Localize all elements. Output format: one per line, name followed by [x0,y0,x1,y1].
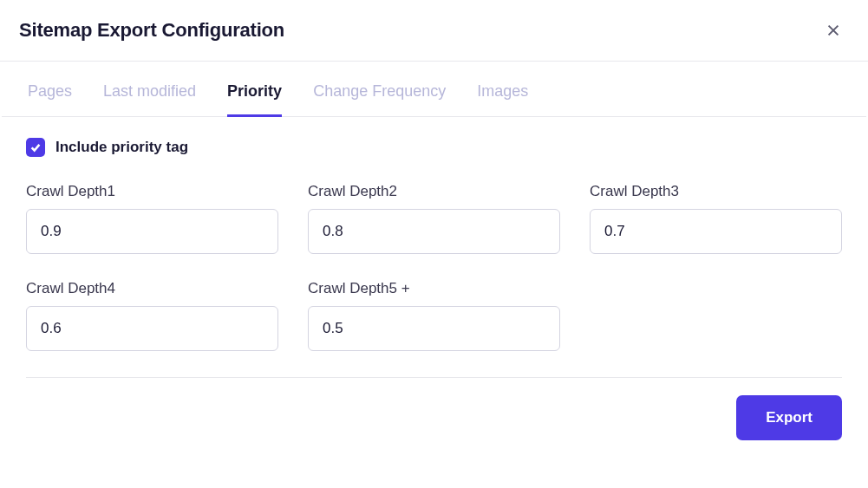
tabs: Pages Last modified Priority Change Freq… [2,62,866,117]
crawl-depth-5-input[interactable] [308,306,560,351]
close-icon[interactable] [825,22,842,39]
field-label: Crawl Depth2 [308,183,560,200]
crawl-depth-1-input[interactable] [26,209,278,254]
modal-title: Sitemap Export Configuration [19,19,284,42]
field-crawl-depth-1: Crawl Depth1 [26,183,278,254]
crawl-depth-4-input[interactable] [26,306,278,351]
field-crawl-depth-3: Crawl Depth3 [590,183,842,254]
content: Include priority tag Crawl Depth1 Crawl … [0,117,868,351]
crawl-depth-2-input[interactable] [308,209,560,254]
include-priority-label: Include priority tag [55,139,188,156]
include-priority-row: Include priority tag [26,138,842,157]
tab-images[interactable]: Images [477,82,528,116]
tab-last-modified[interactable]: Last modified [103,82,196,116]
crawl-depth-3-input[interactable] [590,209,842,254]
field-label: Crawl Depth4 [26,280,278,297]
fields-grid: Crawl Depth1 Crawl Depth2 Crawl Depth3 C… [26,183,842,351]
tab-priority[interactable]: Priority [227,82,282,116]
field-crawl-depth-2: Crawl Depth2 [308,183,560,254]
field-label: Crawl Depth5 + [308,280,560,297]
field-crawl-depth-5: Crawl Depth5 + [308,280,560,351]
tab-pages[interactable]: Pages [28,82,72,116]
field-label: Crawl Depth1 [26,183,278,200]
tab-change-frequency[interactable]: Change Frequency [313,82,446,116]
footer: Export [26,377,842,440]
modal-header: Sitemap Export Configuration [0,0,868,62]
field-label: Crawl Depth3 [590,183,842,200]
include-priority-checkbox[interactable] [26,138,45,157]
export-button[interactable]: Export [736,395,842,440]
field-crawl-depth-4: Crawl Depth4 [26,280,278,351]
